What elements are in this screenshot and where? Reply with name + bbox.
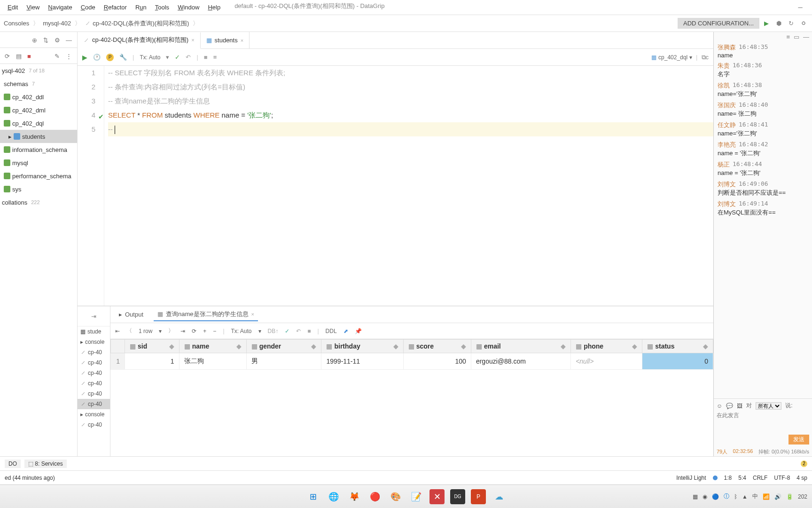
code-content[interactable]: -- SELECT 字段别名 FROM 表名列表 WHERE 条件列表; -- …	[104, 66, 713, 306]
submit-icon[interactable]: DB↑	[268, 328, 279, 334]
menu-navigate[interactable]: Navigate	[44, 2, 76, 13]
firefox-icon[interactable]: 🦊	[347, 489, 362, 504]
tree-collations[interactable]: collations222	[0, 196, 77, 209]
side-item[interactable]: ⟋ cp-40	[78, 368, 110, 378]
app-icon[interactable]: 🎨	[388, 489, 403, 504]
col-gender[interactable]: ▦gender◆	[246, 340, 321, 353]
close-icon[interactable]: ×	[241, 38, 243, 43]
col-status[interactable]: ▦status◆	[642, 340, 713, 353]
menu-refactor[interactable]: Refactor	[100, 2, 131, 13]
image-icon[interactable]: 🖼	[737, 403, 742, 409]
tree-perf[interactable]: performance_schema	[0, 169, 77, 183]
tx-mode[interactable]: Tx: Auto	[140, 54, 160, 61]
history-icon[interactable]: 🕐	[93, 54, 101, 61]
pin-icon[interactable]: 📌	[355, 328, 362, 334]
ime-icon[interactable]: 中	[752, 492, 758, 500]
cell-score[interactable]: 100	[403, 353, 471, 370]
refresh-icon[interactable]: ⟳	[5, 53, 11, 59]
crumb-consoles[interactable]: Consoles	[4, 20, 29, 27]
cell-status[interactable]: 0	[642, 353, 713, 370]
collapse-icon[interactable]: ⇅	[43, 37, 50, 43]
chrome-icon[interactable]: 🔴	[367, 489, 383, 504]
target-icon[interactable]: ⊕	[32, 37, 39, 43]
first-page-icon[interactable]: ⇤	[115, 328, 120, 334]
crumb-mysql[interactable]: mysql-402	[43, 20, 71, 27]
col-email[interactable]: ▦email◆	[471, 340, 570, 353]
edit-icon[interactable]: ✎	[55, 53, 61, 59]
side-item[interactable]: ⟋ cp-40	[78, 357, 110, 368]
rollback-icon[interactable]: ↶	[186, 54, 191, 61]
side-item-active[interactable]: ⟋ cp-40	[78, 399, 110, 409]
chat-messages[interactable]: 张腾森16:48:35name朱贵16:48:36名字徐凯16:48:38nam…	[714, 41, 812, 398]
cell-phone[interactable]: <null>	[571, 353, 642, 370]
wifi-icon[interactable]: 📶	[763, 493, 770, 500]
warning-badge[interactable]: 2	[801, 460, 807, 467]
tray-icon[interactable]: ◉	[703, 493, 707, 500]
start-icon[interactable]: ⊞	[305, 489, 320, 504]
line-separator[interactable]: CRLF	[753, 475, 767, 481]
cell-name[interactable]: 张二狗	[179, 353, 246, 370]
tx-mode[interactable]: Tx: Auto	[231, 328, 252, 334]
services-tab[interactable]: ⬚ 8: Services	[24, 460, 67, 468]
todo-tab[interactable]: DO	[5, 460, 21, 468]
menu-code[interactable]: Code	[77, 2, 99, 13]
col-sid[interactable]: ▦sid◆	[125, 340, 180, 353]
side-item[interactable]: ⟋ cp-40	[78, 389, 110, 399]
query-result-tab[interactable]: ▦查询name是张二狗的学生信息×	[154, 308, 258, 321]
remove-row-icon[interactable]: −	[213, 328, 216, 334]
tree-root[interactable]: ysql-4027 of 18	[0, 64, 77, 77]
col-score[interactable]: ▦score◆	[403, 340, 471, 353]
app-icon[interactable]: ☁	[492, 489, 507, 504]
tree-students[interactable]: ▸students	[0, 130, 77, 143]
explain-icon[interactable]: P	[106, 54, 114, 61]
close-icon[interactable]: ×	[191, 37, 194, 43]
app-icon[interactable]: 📝	[409, 489, 424, 504]
col-name[interactable]: ▦name◆	[179, 340, 246, 353]
tab-students[interactable]: ▦ students ×	[201, 32, 250, 48]
code-editor[interactable]: 12345 ✔ -- SELECT 字段别名 FROM 表名列表 WHERE 条…	[78, 66, 713, 306]
menu-tools[interactable]: Tools	[151, 2, 173, 13]
tree-dml[interactable]: cp_402_dml	[0, 103, 77, 117]
indent[interactable]: 4 sp	[796, 475, 807, 481]
side-item[interactable]: ⟋ cp-40	[78, 347, 110, 357]
theme-indicator[interactable]: IntelliJ Light	[676, 475, 706, 481]
app-icon[interactable]: ✕	[429, 489, 445, 504]
layout-icon[interactable]: ≡	[213, 54, 217, 61]
run-icon[interactable]: ▶	[764, 20, 772, 27]
layout-icon[interactable]: ▭	[794, 33, 799, 40]
prev-page-icon[interactable]: 〈	[126, 327, 132, 335]
output-tab[interactable]: ▸Output	[115, 309, 147, 320]
menu-run[interactable]: Run	[132, 2, 150, 13]
battery-icon[interactable]: 🔋	[786, 493, 793, 500]
dots-icon[interactable]: ⋮	[66, 53, 72, 59]
col-phone[interactable]: ▦phone◆	[571, 340, 642, 353]
cursor-position[interactable]: 1:8	[724, 475, 732, 481]
chat-input[interactable]	[717, 412, 809, 433]
bluetooth-icon[interactable]: ᛒ	[734, 493, 737, 500]
execute-icon[interactable]: ▶	[82, 54, 87, 61]
menu-help[interactable]: Help	[204, 2, 224, 13]
debug-icon[interactable]: ⬢	[776, 20, 784, 27]
wrench-icon[interactable]: 🔧	[119, 54, 127, 61]
cancel-icon[interactable]: ■	[307, 328, 311, 334]
tray-icon[interactable]: ⓛ	[724, 492, 729, 500]
col-birthday[interactable]: ▦birthday◆	[321, 340, 403, 353]
tree-info-schema[interactable]: information_schema	[0, 143, 77, 156]
cell-email[interactable]: ergouzi@88.com	[471, 353, 570, 370]
close-icon[interactable]: ×	[251, 311, 254, 317]
data-row[interactable]: 1 1 张二狗 男 1999-11-11 100 ergouzi@88.com …	[111, 353, 713, 370]
side-item[interactable]: ▦ stude	[78, 326, 110, 337]
tree-schemas[interactable]: schemas7	[0, 77, 77, 90]
session-icon[interactable]: ⧉c	[702, 54, 709, 61]
result-grid[interactable]: ▦sid◆ ▦name◆ ▦gender◆ ▦birthday◆ ▦score◆…	[110, 339, 713, 456]
target-select[interactable]: 所有人	[756, 402, 781, 410]
cell-gender[interactable]: 男	[246, 353, 321, 370]
add-configuration-button[interactable]: ADD CONFIGURATION...	[678, 18, 759, 29]
tree-sys[interactable]: sys	[0, 183, 77, 196]
datagrip-icon[interactable]: DG	[450, 489, 465, 504]
menu-window[interactable]: Window	[174, 2, 203, 13]
chat-icon[interactable]: 💬	[726, 403, 733, 409]
last-page-icon[interactable]: ⇥	[180, 328, 185, 334]
menu-edit[interactable]: EEditdit	[4, 2, 22, 13]
stop-red-icon[interactable]: ■	[27, 53, 34, 59]
